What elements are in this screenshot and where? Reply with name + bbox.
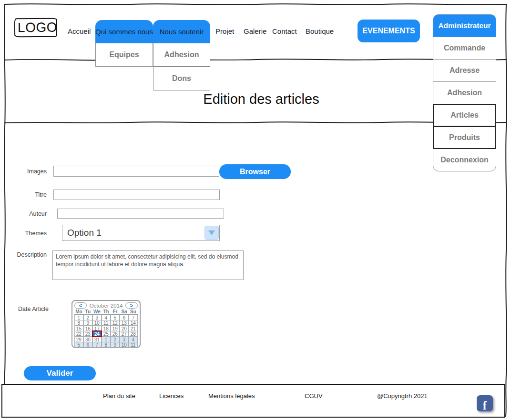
footer-link-cguv[interactable]: CGUV [305,392,323,400]
nav-item-galerie[interactable]: Galerie [244,27,266,35]
calendar-day[interactable]: 1 [102,337,111,342]
calendar-prev-icon[interactable]: < [74,302,87,309]
calendar-day[interactable]: 4 [102,315,111,320]
page-border-top [5,4,506,5]
calendar-day[interactable]: 9 [111,342,120,348]
calendar-day[interactable]: 10 [92,320,102,326]
admin-menu-item-produits[interactable]: Produits [433,126,496,149]
themes-select[interactable]: Option 1 [62,225,220,241]
calendar-dow-label: Th [102,309,111,315]
admin-menu-item-administrateur[interactable]: Administrateur [433,14,496,37]
nav-item-projet[interactable]: Projet [215,27,234,35]
calendar-day[interactable]: 13 [120,320,129,326]
wireframe-page: LOGO Accueil Qui sommes nous Nous souten… [0,0,511,420]
titre-input[interactable] [53,190,220,200]
nav-item-accueil[interactable]: Accueil [68,27,91,35]
auteur-label: Auteur [10,210,47,217]
calendar-day-selected[interactable]: 24 [92,331,102,337]
calendar-day[interactable]: 10 [120,342,129,348]
facebook-icon[interactable]: f [477,395,493,411]
browser-button[interactable]: Browser [219,164,291,179]
calendar-day[interactable]: 11 [102,320,111,326]
calendar-dow-label: Fr [111,309,120,315]
images-label: Images [10,168,47,175]
admin-menu-item-articles[interactable]: Articles [433,104,496,127]
auteur-input[interactable] [57,209,224,219]
titre-label: Titre [10,191,47,198]
calendar-day[interactable]: 22 [74,331,84,337]
description-label: Description [10,251,47,258]
calendar-day[interactable]: 6 [83,342,93,348]
calendar-day[interactable]: 21 [129,326,138,331]
calendar-day[interactable]: 14 [129,320,138,326]
footer-copyright: @Copyrigtrh 2021 [377,392,428,400]
calendar-next-icon[interactable]: > [125,302,138,309]
date-picker-calendar: < October 2014 > MoTuWeThFrSaSu 12345678… [72,300,141,348]
nav-item-boutique[interactable]: Boutique [306,27,334,35]
nav-item-nous-soutenir[interactable]: Nous soutenir [153,20,210,43]
calendar-day[interactable]: 11 [129,342,138,348]
themes-label: Themes [10,230,47,237]
calendar-day[interactable]: 7 [92,342,102,348]
page-border-right [506,4,507,416]
logo[interactable]: LOGO [14,18,57,38]
calendar-day[interactable]: 26 [111,331,120,337]
calendar-day[interactable]: 27 [120,331,129,337]
images-input[interactable] [53,166,219,177]
calendar-day[interactable]: 2 [111,337,120,342]
dropdown-item-equipes[interactable]: Equipes [95,43,153,67]
calendar-day[interactable]: 30 [83,337,93,342]
dropdown-item-adhesion[interactable]: Adhesion [153,43,210,67]
chevron-down-icon[interactable] [204,226,219,240]
evenements-button[interactable]: EVENEMENTS [358,20,420,42]
page-border-left [4,4,5,416]
nav-item-contact[interactable]: Contact [272,27,297,35]
calendar-dow-label: Su [129,309,138,315]
footer-link-licences[interactable]: Licences [159,392,184,400]
footer-link-plan-du-site[interactable]: Plan du site [103,392,135,400]
admin-menu-item-adresse[interactable]: Adresse [433,59,496,82]
calendar-day[interactable]: 5 [74,342,84,348]
admin-menu-item-deconnexion[interactable]: Deconnexion [433,149,496,171]
description-textarea[interactable]: Lorem ipsum dolor sit amet, consectetur … [52,250,244,280]
calendar-day[interactable]: 3 [92,315,102,320]
calendar-day[interactable]: 31 [92,337,102,342]
calendar-grid: 1234567891011121314151617181920212223242… [74,315,138,348]
calendar-day[interactable]: 8 [102,342,111,348]
dropdown-item-dons[interactable]: Dons [153,67,210,90]
admin-menu-item-commande[interactable]: Commande [433,37,496,60]
footer-link-mentions-legales[interactable]: Mentions légales [208,392,255,400]
calendar-day[interactable]: 28 [129,331,138,337]
calendar-day[interactable]: 18 [102,326,111,331]
calendar-day[interactable]: 17 [92,326,102,331]
calendar-day[interactable]: 3 [120,337,129,342]
admin-menu-item-adhesion[interactable]: Adhesion [433,81,496,104]
date-article-label: Date Article [10,306,49,312]
calendar-day[interactable]: 6 [120,315,129,320]
calendar-month-label: October 2014 [90,303,123,309]
calendar-day[interactable]: 16 [83,326,93,331]
calendar-day[interactable]: 9 [83,320,93,326]
calendar-day[interactable]: 2 [83,315,93,320]
calendar-dow-label: Tu [83,309,92,315]
calendar-day-headers: MoTuWeThFrSaSu [74,309,138,315]
calendar-day[interactable]: 23 [83,331,93,337]
admin-menu: Administrateur Commande Adresse Adhesion… [433,14,496,171]
calendar-dow-label: Sa [120,309,129,315]
calendar-dow-label: We [92,309,102,315]
nav-item-qui-sommes-nous[interactable]: Qui sommes nous [95,20,153,43]
calendar-day[interactable]: 8 [74,320,84,326]
calendar-day[interactable]: 29 [74,337,84,342]
calendar-day[interactable]: 5 [111,315,120,320]
valider-button[interactable]: Valider [24,366,96,380]
calendar-day[interactable]: 7 [129,315,138,320]
calendar-day[interactable]: 20 [120,326,129,331]
calendar-day[interactable]: 25 [102,331,111,337]
calendar-day[interactable]: 15 [74,326,84,331]
calendar-day[interactable]: 1 [74,315,84,320]
title-divider-line [5,122,506,123]
calendar-day[interactable]: 4 [129,337,138,342]
calendar-day[interactable]: 12 [111,320,120,326]
calendar-day[interactable]: 19 [111,326,120,331]
themes-selected-value: Option 1 [62,228,204,238]
